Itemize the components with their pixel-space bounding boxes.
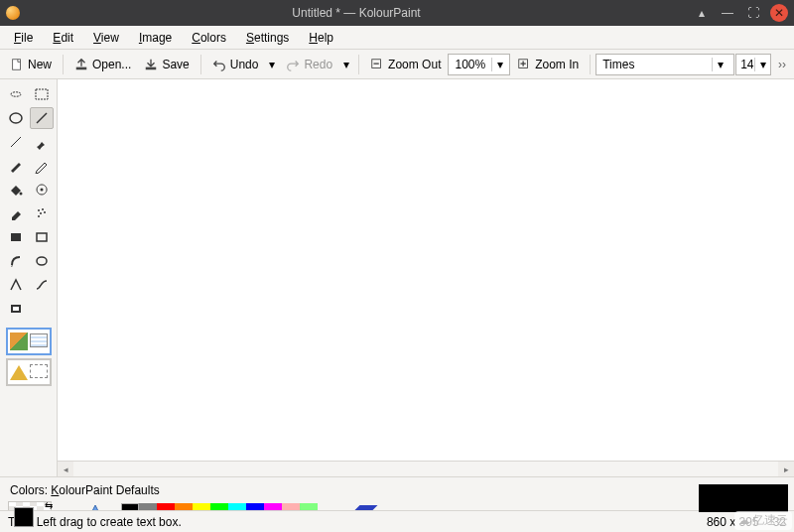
window-title: Untitled * — KolourPaint xyxy=(28,6,685,20)
window-minimize-button[interactable]: — xyxy=(719,4,736,22)
new-file-icon xyxy=(10,58,24,71)
undo-button[interactable]: Undo xyxy=(206,55,265,74)
tool-brush[interactable] xyxy=(30,131,54,153)
font-family-value: Times xyxy=(602,58,634,71)
chevron-down-icon: ▾ xyxy=(754,58,770,71)
scroll-track[interactable] xyxy=(73,462,778,476)
svg-point-15 xyxy=(38,209,40,211)
tool-ellipse-outline[interactable] xyxy=(30,250,54,272)
ellipse-outline-icon xyxy=(34,253,50,269)
zoom-in-icon xyxy=(517,58,531,71)
zoom-in-button[interactable]: Zoom In xyxy=(511,55,585,74)
tool-freeform-select[interactable] xyxy=(4,83,28,105)
fill-icon xyxy=(8,182,24,198)
tool-rect-select[interactable] xyxy=(30,83,54,105)
zoom-out-button[interactable]: Zoom Out xyxy=(364,55,447,74)
menu-help[interactable]: Help xyxy=(301,28,341,48)
menu-colors[interactable]: Colors xyxy=(184,28,234,48)
redo-dropdown[interactable]: ▾ xyxy=(339,58,353,71)
zoom-in-label: Zoom In xyxy=(535,58,579,71)
menu-view[interactable]: View xyxy=(85,28,127,48)
tool-rect-outline[interactable] xyxy=(30,226,54,248)
separator xyxy=(590,55,591,74)
work-area: ◂ ▸ xyxy=(0,79,794,476)
foreground-color[interactable] xyxy=(14,507,34,527)
tool-ellipse-tool[interactable] xyxy=(4,107,28,129)
scroll-right-arrow[interactable]: ▸ xyxy=(778,462,794,476)
drawing-canvas[interactable] xyxy=(58,79,794,461)
window-titlebar: Untitled * — KolourPaint ▴ — ⛶ ✕ xyxy=(0,0,794,26)
open-icon xyxy=(74,58,88,71)
tool-pen[interactable] xyxy=(4,131,28,153)
pencil-icon xyxy=(34,158,50,174)
save-button[interactable]: Save xyxy=(138,55,195,74)
menu-edit[interactable]: Edit xyxy=(45,28,81,48)
svg-rect-21 xyxy=(37,233,47,241)
svg-point-22 xyxy=(37,257,47,265)
app-icon xyxy=(6,6,20,20)
svg-point-9 xyxy=(10,113,22,123)
opaque-bg-option[interactable] xyxy=(6,328,52,355)
tool-text-tool[interactable] xyxy=(4,298,28,320)
horizontal-scrollbar[interactable]: ◂ ▸ xyxy=(58,461,794,476)
menu-settings[interactable]: Settings xyxy=(238,28,297,48)
tool-eraser[interactable] xyxy=(4,202,28,224)
font-size-combobox[interactable]: 14 ▾ xyxy=(735,54,771,75)
redo-label: Redo xyxy=(304,58,332,71)
transparent-bg-option[interactable] xyxy=(6,358,52,386)
tool-pencil[interactable] xyxy=(30,155,54,177)
zoom-value: 100% xyxy=(455,58,485,71)
status-bar: Text: Left drag to create text box. 860 … xyxy=(0,510,794,532)
svg-point-18 xyxy=(44,211,46,213)
window-maximize-button[interactable]: ⛶ xyxy=(744,4,762,22)
menu-file[interactable]: File xyxy=(6,28,41,48)
watermark-text: ☁ 亿速云 xyxy=(734,511,792,530)
zoom-combobox[interactable]: 100% ▾ xyxy=(448,54,510,75)
window-up-button[interactable]: ▴ xyxy=(693,4,711,22)
open-button[interactable]: Open... xyxy=(68,55,137,74)
toolbar-overflow[interactable]: ›› xyxy=(774,58,790,71)
window-close-button[interactable]: ✕ xyxy=(770,4,788,22)
tool-line-tool[interactable] xyxy=(30,107,54,129)
tool-curve[interactable] xyxy=(30,274,54,296)
tool-marker[interactable] xyxy=(4,155,28,177)
svg-rect-24 xyxy=(13,307,19,311)
status-hint: Text: Left drag to create text box. xyxy=(8,515,182,529)
new-button[interactable]: New xyxy=(4,55,58,74)
redo-button[interactable]: Redo xyxy=(280,55,338,74)
menu-image[interactable]: Image xyxy=(131,28,180,48)
font-size-value: 14 xyxy=(740,58,753,71)
undo-dropdown[interactable]: ▾ xyxy=(265,58,279,71)
separator xyxy=(358,55,359,74)
separator xyxy=(200,55,201,74)
canvas-pane: ◂ ▸ xyxy=(58,79,794,476)
undo-label: Undo xyxy=(230,58,259,71)
rounded-rect-icon xyxy=(8,253,24,269)
tool-rounded-rect[interactable] xyxy=(4,250,28,272)
rect-outline-icon xyxy=(34,229,50,245)
spray-icon xyxy=(34,205,50,221)
open-label: Open... xyxy=(92,58,131,71)
brush-icon xyxy=(34,134,50,150)
tool-fill[interactable] xyxy=(4,179,28,200)
main-toolbar: New Open... Save Undo ▾ Redo ▾ Zoom Out … xyxy=(0,50,794,79)
separator xyxy=(63,55,64,74)
svg-rect-8 xyxy=(36,89,48,99)
tool-color-picker[interactable] xyxy=(30,179,54,200)
new-label: New xyxy=(28,58,52,71)
chevron-down-icon: ▾ xyxy=(712,58,728,71)
svg-rect-0 xyxy=(13,59,21,69)
tool-polygon[interactable] xyxy=(4,274,28,296)
font-family-combobox[interactable]: Times ▾ xyxy=(596,54,734,75)
tool-options xyxy=(6,328,52,386)
scroll-left-arrow[interactable]: ◂ xyxy=(58,462,73,476)
svg-line-12 xyxy=(11,137,21,147)
save-icon xyxy=(144,58,158,71)
polygon-icon xyxy=(8,277,24,293)
svg-point-16 xyxy=(42,208,44,210)
rect-select-icon xyxy=(34,86,50,102)
tool-spray[interactable] xyxy=(30,202,54,224)
zoom-out-label: Zoom Out xyxy=(388,58,441,71)
pen-icon xyxy=(8,134,24,150)
tool-filled-rect[interactable] xyxy=(4,226,28,248)
